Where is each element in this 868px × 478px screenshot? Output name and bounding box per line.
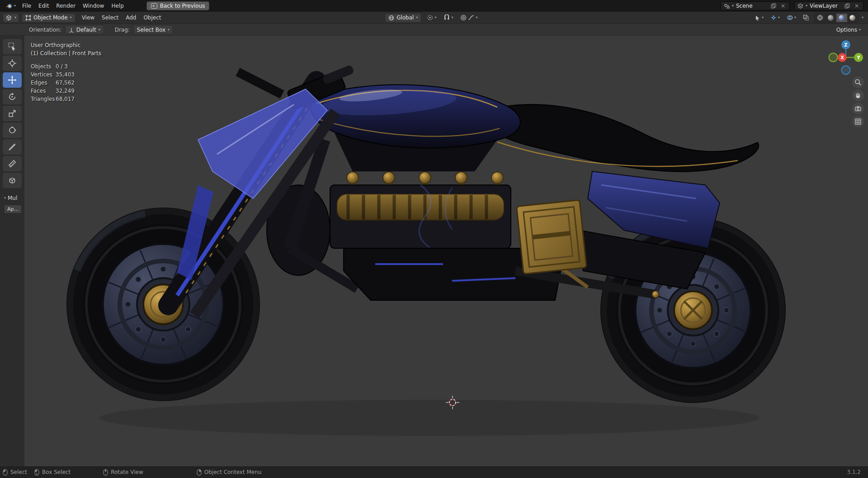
viewport-canvas[interactable] <box>0 36 868 466</box>
shading-wireframe-button[interactable] <box>815 14 826 22</box>
chevron-down-icon: ▾ <box>70 16 72 19</box>
viewlayer-name[interactable]: ViewLayer <box>810 3 841 9</box>
add-cube-tool[interactable] <box>3 173 22 188</box>
pan-button[interactable] <box>852 90 864 101</box>
perspective-toggle-button[interactable] <box>852 116 864 128</box>
axis-z-positive[interactable]: Z <box>841 40 850 49</box>
tail-cowl[interactable] <box>477 104 759 171</box>
scene-selector[interactable]: ▾ Scene × <box>721 1 790 10</box>
axis-z-negative[interactable] <box>842 66 850 75</box>
menu-file[interactable]: File <box>19 0 35 12</box>
axis-y-positive[interactable]: Y <box>854 53 863 62</box>
snap-toggle-button[interactable]: ▾ <box>442 13 455 23</box>
axis-y-negative[interactable] <box>829 53 838 62</box>
keymap-select-label: Select <box>10 469 27 475</box>
menu-select[interactable]: Select <box>98 12 122 24</box>
chevron-down-icon: ▾ <box>862 16 863 19</box>
editor-type-button[interactable]: ▾ <box>3 13 19 23</box>
annotate-icon <box>8 142 17 151</box>
transform-icon <box>8 126 17 135</box>
operator-panel-header[interactable]: ▾ Mul <box>4 195 22 201</box>
zoom-button[interactable] <box>852 76 864 88</box>
keymap-select: Select <box>3 469 27 476</box>
menu-render[interactable]: Render <box>52 0 79 12</box>
back-to-previous-label: Back to Previous <box>160 3 205 9</box>
shading-solid-button[interactable] <box>826 14 836 22</box>
menu-object[interactable]: Object <box>140 12 165 24</box>
fuel-tank[interactable] <box>310 85 520 171</box>
cursor-tool-icon <box>8 59 17 68</box>
globe-icon <box>388 15 394 21</box>
material-sphere-icon <box>839 15 844 21</box>
options-dropdown[interactable]: Options ▾ <box>836 27 863 33</box>
annotate-tool[interactable] <box>3 139 22 155</box>
mouse-right-icon <box>197 469 202 476</box>
falloff-curve-icon <box>468 14 474 21</box>
mode-dropdown[interactable]: Object Mode ▾ <box>22 13 75 23</box>
menu-window[interactable]: Window <box>79 0 108 12</box>
wireframe-sphere-icon <box>817 14 823 21</box>
camera-icon <box>854 105 862 112</box>
camera-view-button[interactable] <box>852 103 864 114</box>
navigation-gizmo[interactable]: X Y Z <box>826 37 866 78</box>
active-collection: (1) Collection | Front Parts <box>31 49 101 57</box>
new-scene-button[interactable] <box>770 2 777 9</box>
object-visibility-filter-button[interactable]: ▾ <box>753 13 765 23</box>
stat-row: Triangles 68,017 <box>31 95 101 103</box>
stat-row: Faces 32,249 <box>31 87 101 95</box>
xray-toggle-button[interactable] <box>801 13 811 23</box>
blender-menu-button[interactable]: ▾ <box>3 0 19 12</box>
chevron-down-icon: ▾ <box>451 16 453 19</box>
proportional-editing-button[interactable]: ▾ <box>458 13 479 23</box>
axes-icon <box>69 27 74 33</box>
menu-help[interactable]: Help <box>108 0 127 12</box>
close-icon[interactable]: × <box>779 2 787 9</box>
axis-x-positive[interactable]: X <box>838 53 847 62</box>
mouse-middle-icon <box>103 469 108 476</box>
menu-view[interactable]: View <box>78 12 98 24</box>
back-to-previous-button[interactable]: Back to Previous <box>146 1 210 10</box>
stat-label: Objects <box>31 62 56 71</box>
apply-button[interactable]: Ap... <box>4 205 22 213</box>
keymap-box-select: Box Select <box>34 469 71 476</box>
overlays-toggle-button[interactable]: ▾ <box>785 13 798 23</box>
viewlayer-selector[interactable]: ▾ ViewLayer × <box>794 1 863 10</box>
shading-rendered-button[interactable] <box>847 14 858 22</box>
measure-tool[interactable] <box>3 156 22 171</box>
stat-label: Faces <box>31 87 56 95</box>
axis-x-label: X <box>840 55 844 60</box>
scene-name[interactable]: Scene <box>736 3 768 9</box>
cursor-tool[interactable] <box>3 56 22 71</box>
proportional-edit-icon <box>460 14 467 21</box>
motorcycle-model[interactable] <box>66 65 786 436</box>
shading-material-button[interactable] <box>836 14 847 22</box>
orientation-default-dropdown[interactable]: Default ▾ <box>65 25 104 34</box>
rotate-tool[interactable] <box>3 89 22 104</box>
keymap-context-menu-label: Object Context Menu <box>204 469 262 475</box>
transform-tool[interactable] <box>3 123 22 138</box>
viewport-3d[interactable]: ▾ Mul Ap... User Orthographic (1) Collec… <box>0 36 868 466</box>
operator-panel: ▾ Mul Ap... <box>4 195 22 213</box>
drag-mode-dropdown[interactable]: Select Box ▾ <box>133 25 173 34</box>
menu-add[interactable]: Add <box>122 12 140 24</box>
select-box-tool[interactable] <box>3 39 22 54</box>
scene-icon <box>724 3 730 9</box>
transform-orientation-dropdown[interactable]: Global ▾ <box>385 13 421 23</box>
new-viewlayer-button[interactable] <box>844 2 851 9</box>
grid-icon <box>854 118 862 125</box>
gold-crate[interactable] <box>517 200 587 274</box>
menu-edit[interactable]: Edit <box>35 0 52 12</box>
copy-icon <box>771 3 776 9</box>
chevron-down-icon: ▾ <box>168 28 170 32</box>
chevron-down-icon: ▾ <box>859 28 861 32</box>
stat-label: Vertices <box>31 71 56 79</box>
close-icon[interactable]: × <box>853 2 860 9</box>
zoom-icon <box>854 79 862 86</box>
object-mode-icon <box>25 15 31 21</box>
move-tool[interactable] <box>3 72 22 88</box>
tool-settings-bar: Orientation: Default ▾ Drag: Select Box … <box>0 24 868 36</box>
scale-tool[interactable] <box>3 106 22 121</box>
pivot-point-button[interactable]: ▾ <box>425 13 438 23</box>
pointer-icon <box>755 15 760 21</box>
gizmos-toggle-button[interactable]: ▾ <box>769 13 782 23</box>
